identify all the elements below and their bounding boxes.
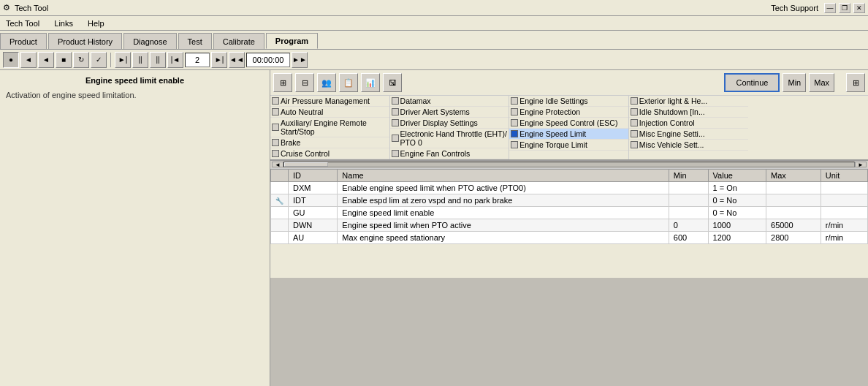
- bottom-empty-area: [270, 278, 868, 387]
- cat-misc-engine[interactable]: Misc Engine Setti...: [629, 129, 749, 140]
- row-max: [766, 194, 821, 207]
- scroll-left-btn[interactable]: ◄: [272, 162, 283, 167]
- toolbar-check-btn[interactable]: ✓: [91, 52, 107, 68]
- cat-icon: [392, 119, 399, 126]
- icon-btn-2[interactable]: ⊟: [295, 73, 314, 92]
- menu-help[interactable]: Help: [85, 18, 107, 29]
- cat-torque[interactable]: Engine Torque Limit: [509, 140, 628, 151]
- toolbar-back-btn[interactable]: ◄: [20, 52, 37, 68]
- icon-btn-3[interactable]: 👥: [317, 73, 336, 92]
- cat-icon: [392, 150, 399, 157]
- app-title: Tech Tool: [15, 4, 48, 12]
- cat-icon: [631, 119, 638, 126]
- toolbar-pause2-btn[interactable]: ||: [150, 52, 166, 68]
- table-row[interactable]: GU Engine speed limit enable 0 = No: [271, 207, 868, 219]
- cat-datamax[interactable]: Datamax: [390, 96, 509, 107]
- cat-idle-shutdown[interactable]: Idle Shutdown [In...: [629, 107, 749, 118]
- toolbar-first-btn[interactable]: |◄: [167, 52, 183, 68]
- restore-button[interactable]: ❐: [839, 3, 850, 13]
- scroll-right-btn[interactable]: ►: [855, 162, 867, 167]
- table-row[interactable]: AU Max engine speed stationary 600 1200 …: [271, 232, 868, 244]
- cat-fan[interactable]: Engine Fan Controls: [390, 148, 509, 159]
- cat-driver-display[interactable]: Driver Display Settings: [390, 118, 509, 129]
- data-table: ID Name Min Value Max Unit DXM Enable en…: [270, 169, 868, 278]
- toolbar-page-input[interactable]: 2: [185, 53, 210, 67]
- left-panel-description: Activation of engine speed limitation.: [6, 91, 264, 99]
- cat-brake[interactable]: Brake: [270, 137, 389, 148]
- col-header-min: Min: [669, 170, 708, 182]
- menu-techtool[interactable]: Tech Tool: [3, 18, 42, 29]
- icon-btn-1[interactable]: ⊞: [273, 73, 292, 92]
- table-row[interactable]: DXM Enable engine speed limit when PTO a…: [271, 182, 868, 194]
- row-name: Max engine speed stationary: [338, 232, 669, 244]
- min-button[interactable]: Min: [783, 73, 806, 92]
- row-id: DWN: [289, 219, 338, 232]
- toolbar-pause-btn[interactable]: ||: [132, 52, 148, 68]
- category-col-1: Air Pressure Management Auto Neutral Aux…: [270, 96, 390, 159]
- cat-speed-limit[interactable]: Engine Speed Limit: [509, 129, 628, 140]
- cat-icon: [272, 97, 279, 105]
- tab-product[interactable]: Product: [0, 33, 47, 49]
- menu-bar: Tech Tool Links Help: [0, 16, 868, 31]
- toolbar-prev-btn[interactable]: ◄: [38, 52, 54, 68]
- col-header-name: Name: [338, 170, 669, 182]
- row-icon-cell: [271, 207, 289, 219]
- toolbar-ff-btn[interactable]: ►►: [292, 52, 308, 68]
- cat-esc[interactable]: Engine Speed Control (ESC): [509, 118, 628, 129]
- table-row[interactable]: 🔧 IDT Enable espd lim at zero vspd and n…: [271, 194, 868, 207]
- toolbar-step-fwd-btn[interactable]: ►|: [115, 52, 131, 68]
- icon-btn-5[interactable]: 📊: [361, 73, 380, 92]
- row-icon-cell: 🔧: [271, 194, 289, 207]
- row-id: AU: [289, 232, 338, 244]
- row-min: 600: [669, 232, 708, 244]
- toolbar-last-btn[interactable]: ►|: [211, 52, 227, 68]
- toolbar-stop-btn[interactable]: ■: [56, 52, 72, 68]
- close-button[interactable]: ✕: [853, 3, 865, 13]
- cat-cruise[interactable]: Cruise Control: [270, 148, 389, 159]
- tab-test[interactable]: Test: [178, 33, 212, 49]
- cat-icon: [392, 135, 399, 142]
- row-min: 0: [669, 219, 708, 232]
- cat-exterior-light[interactable]: Exterior light & He...: [629, 96, 749, 107]
- cat-icon: [511, 119, 518, 126]
- icon-btn-6[interactable]: 🖫: [383, 73, 402, 92]
- toolbar-sep1: [110, 53, 111, 67]
- cat-auto-neutral[interactable]: Auto Neutral: [270, 107, 389, 118]
- icon-btn-4[interactable]: 📋: [339, 73, 358, 92]
- cat-icon-selected: [511, 130, 518, 137]
- row-value: 1200: [708, 232, 766, 244]
- continue-button[interactable]: Continue: [724, 73, 780, 92]
- cat-injection-control[interactable]: Injection Control: [629, 118, 749, 129]
- toolbar-time-input[interactable]: 00:00:00: [246, 53, 290, 67]
- toolbar-refresh-btn[interactable]: ↻: [73, 52, 89, 68]
- scrollbar-thumb[interactable]: [284, 162, 328, 167]
- row-name: Enable engine speed limit when PTO activ…: [338, 182, 669, 194]
- cat-idle[interactable]: Engine Idle Settings: [509, 96, 628, 107]
- horizontal-scrollbar[interactable]: ◄ ►: [270, 160, 868, 169]
- cat-driver-alert[interactable]: Driver Alert Systems: [390, 107, 509, 118]
- tab-diagnose[interactable]: Diagnose: [123, 33, 176, 49]
- toolbar-record-btn[interactable]: ●: [3, 52, 19, 68]
- tab-program[interactable]: Program: [266, 33, 318, 49]
- tab-calibrate[interactable]: Calibrate: [213, 33, 264, 49]
- col-header-unit: Unit: [821, 170, 867, 182]
- table-row[interactable]: DWN Engine speed limit when PTO active 0…: [271, 219, 868, 232]
- tab-product-history[interactable]: Product History: [48, 33, 122, 49]
- cat-auxiliary[interactable]: Auxiliary/ Engine Remote Start/Stop: [270, 118, 389, 137]
- menu-links[interactable]: Links: [51, 18, 76, 29]
- max-button[interactable]: Max: [809, 73, 834, 92]
- cat-icon: [631, 108, 638, 116]
- toolbar-rewind-btn[interactable]: ◄◄: [229, 52, 245, 68]
- main-layout: Engine speed limit enable Activation of …: [0, 70, 868, 386]
- row-max: [766, 182, 821, 194]
- cat-protection[interactable]: Engine Protection: [509, 107, 628, 118]
- left-panel: Engine speed limit enable Activation of …: [0, 70, 270, 386]
- scrollbar-track[interactable]: [283, 162, 855, 167]
- minimize-button[interactable]: —: [824, 3, 836, 13]
- cat-misc-vehicle[interactable]: Misc Vehicle Sett...: [629, 140, 749, 151]
- row-min: [669, 194, 708, 207]
- cat-air-pressure[interactable]: Air Pressure Management: [270, 96, 389, 107]
- cat-eht[interactable]: Electronic Hand Throttle (EHT)/ PTO 0: [390, 129, 509, 148]
- grid-icon-btn[interactable]: ⊞: [846, 73, 865, 92]
- row-value: 1000: [708, 219, 766, 232]
